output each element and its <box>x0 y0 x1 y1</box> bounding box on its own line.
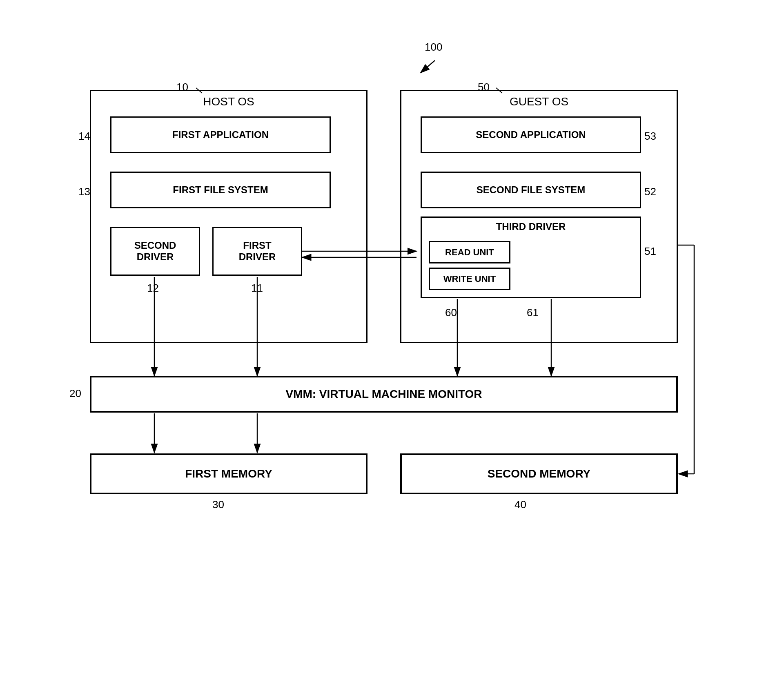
first-file-system-label: FIRST FILE SYSTEM <box>173 184 268 196</box>
ref-10-label: 10 <box>176 81 188 94</box>
write-unit-label: WRITE UNIT <box>443 274 496 284</box>
host-os-label: HOST OS <box>203 95 254 108</box>
ref-53-label: 53 <box>644 130 656 143</box>
second-file-system-box: SECOND FILE SYSTEM <box>421 172 641 208</box>
first-application-box: FIRST APPLICATION <box>110 116 331 153</box>
write-unit-box: WRITE UNIT <box>429 268 510 290</box>
first-driver-box: FIRST DRIVER <box>212 227 302 276</box>
vmm-box: VMM: VIRTUAL MACHINE MONITOR <box>90 376 678 413</box>
third-driver-title: THIRD DRIVER <box>496 221 566 232</box>
ref-12-label: 12 <box>147 282 159 295</box>
second-driver-box: SECOND DRIVER <box>110 227 200 276</box>
first-memory-label: FIRST MEMORY <box>185 467 272 480</box>
ref-30-label: 30 <box>212 498 224 511</box>
guest-os-label: GUEST OS <box>510 95 568 108</box>
read-unit-label: READ UNIT <box>445 247 494 258</box>
first-application-label: FIRST APPLICATION <box>172 129 269 141</box>
first-file-system-box: FIRST FILE SYSTEM <box>110 172 331 208</box>
ref-14-label: 14 <box>78 130 90 143</box>
ref-51-label: 51 <box>644 245 656 258</box>
second-memory-label: SECOND MEMORY <box>488 467 591 480</box>
ref-52-label: 52 <box>644 185 656 198</box>
ref-20-label: 20 <box>69 387 81 400</box>
first-driver-label: FIRST DRIVER <box>239 240 276 263</box>
second-driver-label: SECOND DRIVER <box>134 240 176 263</box>
vmm-label: VMM: VIRTUAL MACHINE MONITOR <box>285 388 482 401</box>
ref-50-label: 50 <box>478 81 490 94</box>
ref-100-label: 100 <box>425 41 442 54</box>
read-unit-box: READ UNIT <box>429 241 510 263</box>
ref-60-label: 60 <box>445 306 457 319</box>
ref-13-label: 13 <box>78 185 90 198</box>
first-memory-box: FIRST MEMORY <box>90 453 368 494</box>
ref-61-label: 61 <box>527 306 539 319</box>
ref-11-label: 11 <box>251 282 263 295</box>
second-application-label: SECOND APPLICATION <box>476 129 586 141</box>
ref-40-label: 40 <box>514 498 526 511</box>
svg-line-2 <box>421 60 435 73</box>
second-application-box: SECOND APPLICATION <box>421 116 641 153</box>
second-memory-box: SECOND MEMORY <box>400 453 678 494</box>
second-file-system-label: SECOND FILE SYSTEM <box>477 184 586 196</box>
